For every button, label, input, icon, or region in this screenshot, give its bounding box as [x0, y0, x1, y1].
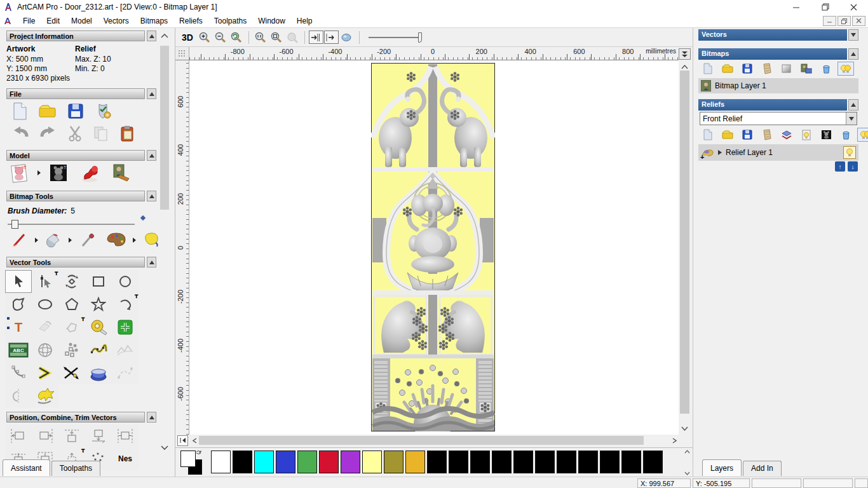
restore-button[interactable]	[811, 0, 839, 14]
palette-swatch-17[interactable]	[578, 451, 598, 473]
collapse-button[interactable]	[848, 48, 858, 60]
toggle-all-relief-visibility-button[interactable]	[857, 128, 868, 142]
combo-drop-button[interactable]	[846, 112, 857, 125]
primary-secondary-colour[interactable]	[180, 451, 202, 475]
preview-lens-button[interactable]	[339, 30, 355, 45]
snap-previous-button[interactable]	[309, 30, 323, 44]
toggle-all-bitmap-visibility-button[interactable]	[837, 62, 854, 76]
flyout-arrow[interactable]	[37, 170, 41, 175]
collapse-button[interactable]	[147, 30, 156, 41]
close-button[interactable]	[839, 0, 868, 14]
collapse-button[interactable]	[147, 412, 156, 423]
menu-help[interactable]: Help	[291, 15, 318, 27]
create-polyline-tool[interactable]	[5, 293, 32, 316]
smooth-curve-tool[interactable]	[112, 339, 139, 362]
spline-tool[interactable]	[112, 362, 139, 384]
copy-button[interactable]	[93, 125, 109, 142]
assistant-scrollbar[interactable]	[159, 32, 170, 452]
menu-file[interactable]: File	[17, 15, 41, 27]
relief-layer-row[interactable]: + Relief Layer 1	[698, 144, 858, 161]
scroll-up-arrow[interactable]	[159, 32, 170, 41]
create-polygon-tool[interactable]	[58, 293, 85, 316]
measure-tool[interactable]	[85, 316, 112, 339]
palette-swatch-2[interactable]	[254, 451, 274, 473]
create-arc-tool[interactable]: ┳	[112, 293, 139, 316]
cut-button[interactable]	[67, 125, 83, 142]
new-bitmap-layer-button[interactable]	[700, 62, 716, 76]
delete-bitmap-layer-button[interactable]	[818, 62, 834, 76]
palette-swatch-15[interactable]	[535, 451, 555, 473]
block-copy-tool[interactable]	[58, 339, 85, 362]
bitmap-to-relief-button[interactable]	[798, 62, 815, 76]
greyscale-model-button[interactable]: T	[49, 163, 68, 182]
tab-add-in[interactable]: Add In	[743, 461, 782, 476]
preview-relief-button[interactable]	[111, 163, 133, 182]
relief-stack-button[interactable]	[778, 128, 795, 142]
palette-scroll[interactable]	[684, 450, 690, 475]
wrap-vectors-tool[interactable]	[32, 384, 58, 407]
ruler-units-button[interactable]	[679, 48, 691, 60]
menu-edit[interactable]: Edit	[41, 15, 65, 27]
trim-vectors-tool[interactable]	[58, 362, 85, 384]
palette-swatch-12[interactable]	[470, 451, 490, 473]
door-relief-artwork[interactable]	[371, 63, 495, 431]
move-layer-down-button[interactable]: ↓	[848, 161, 858, 172]
palette-down-arrow[interactable]	[684, 471, 690, 475]
paint-brush-button[interactable]	[11, 232, 29, 248]
palette-swatch-1[interactable]	[233, 451, 252, 473]
new-relief-layer-button[interactable]	[700, 128, 716, 142]
centre-vectors-tool[interactable]	[112, 424, 139, 447]
create-text-tool[interactable]: T	[5, 316, 32, 339]
select-vectors-tool[interactable]	[5, 270, 32, 293]
clipart-library-tool[interactable]	[85, 362, 112, 384]
new-model-button[interactable]	[11, 102, 28, 121]
palette-swatch-11[interactable]	[449, 451, 468, 473]
scroll-down-arrow[interactable]	[680, 423, 689, 433]
palette-swatch-13[interactable]	[492, 451, 512, 473]
vscroll-thumb[interactable]	[680, 71, 689, 414]
menu-vectors[interactable]: Vectors	[98, 15, 135, 27]
snap-next-button[interactable]	[324, 30, 339, 44]
align-bottom-tool[interactable]	[85, 424, 112, 447]
palette-swatch-6[interactable]	[341, 451, 360, 473]
tab-toolpaths[interactable]: Toolpaths	[51, 461, 100, 476]
relief-layer-visibility-button[interactable]	[843, 146, 856, 159]
palette-swatch-3[interactable]	[276, 451, 295, 473]
model-options-button[interactable]	[94, 102, 112, 120]
collapse-button[interactable]	[147, 191, 156, 201]
text-block-tool[interactable]: ABC	[5, 339, 32, 362]
align-top-tool[interactable]	[58, 424, 85, 447]
mdi-close-button[interactable]	[852, 16, 865, 26]
paste-vectors-tool[interactable]	[112, 316, 139, 339]
palette-swatch-19[interactable]	[621, 451, 641, 473]
slider-track[interactable]	[8, 224, 135, 225]
primary-colour[interactable]	[180, 451, 196, 467]
palette-swatch-16[interactable]	[557, 451, 576, 473]
palette-swatch-9[interactable]	[405, 451, 425, 473]
menu-bitmaps[interactable]: Bitmaps	[135, 15, 173, 27]
slider-handle[interactable]	[11, 220, 18, 229]
drawing-canvas[interactable]	[189, 60, 679, 435]
collapse-button[interactable]	[147, 257, 156, 268]
zoom-100-button[interactable]	[253, 30, 268, 45]
envelope-distort-tool[interactable]	[32, 339, 58, 362]
zoom-out-button[interactable]	[213, 30, 228, 45]
align-left-tool[interactable]	[5, 424, 32, 447]
flyout-arrow[interactable]	[133, 238, 136, 243]
palette-swatch-5[interactable]	[319, 451, 339, 473]
open-relief-layer-button[interactable]	[719, 128, 736, 142]
create-ellipse-tool[interactable]	[32, 293, 58, 316]
scroll-left-arrow[interactable]	[190, 435, 199, 445]
palette-swatch-0[interactable]	[211, 451, 231, 473]
palette-swatch-18[interactable]	[600, 451, 620, 473]
ruler-origin-button[interactable]	[175, 47, 189, 60]
join-vectors-tool[interactable]	[32, 362, 58, 384]
flood-fill-button[interactable]	[44, 231, 63, 249]
palette-swatch-7[interactable]	[362, 451, 382, 473]
collapse-button[interactable]	[147, 88, 156, 99]
fade-slider-handle[interactable]	[418, 32, 422, 43]
mirror-vectors-tool[interactable]	[5, 384, 32, 407]
align-right-tool[interactable]	[32, 424, 58, 447]
open-model-button[interactable]	[38, 103, 57, 119]
mdi-minimize-button[interactable]	[823, 16, 836, 26]
